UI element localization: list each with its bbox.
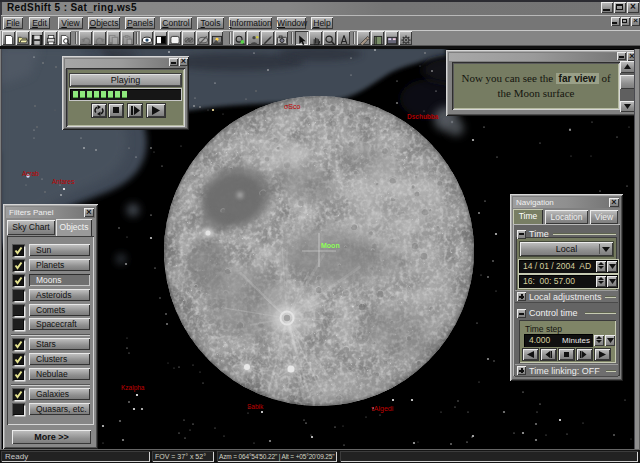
svg-text:Kzalpha: Kzalpha	[121, 384, 145, 392]
svg-text:τAlgedi: τAlgedi	[371, 405, 394, 413]
svg-text:Sabik: Sabik	[247, 403, 264, 410]
svg-text:Acrab: Acrab	[22, 170, 39, 177]
svg-text:Antares: Antares	[52, 178, 75, 185]
svg-text:Moon: Moon	[321, 242, 340, 249]
svg-text:Dschubba: Dschubba	[407, 113, 439, 120]
svg-text:σSco: σSco	[284, 103, 300, 110]
